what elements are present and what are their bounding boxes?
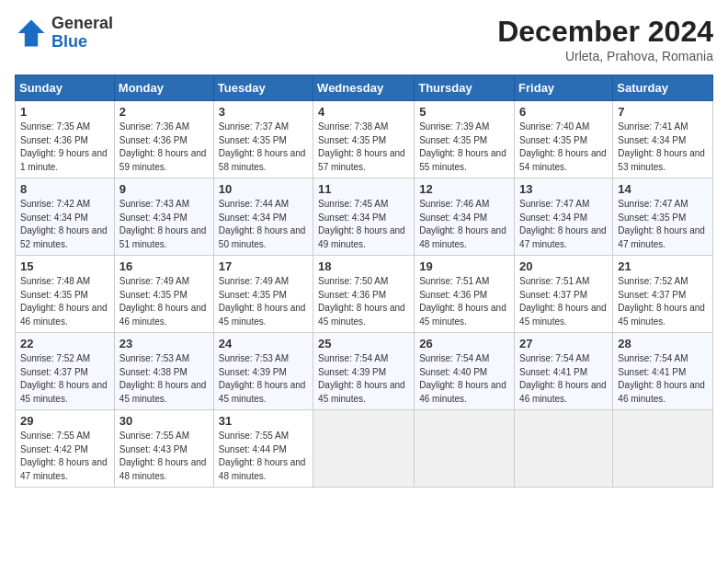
day-number: 1	[20, 105, 109, 119]
day-info: Sunrise: 7:45 AM Sunset: 4:34 PM Dayligh…	[318, 198, 409, 251]
table-row: 17 Sunrise: 7:49 AM Sunset: 4:35 PM Dayl…	[213, 256, 313, 333]
day-number: 25	[318, 337, 409, 350]
table-row: 24 Sunrise: 7:53 AM Sunset: 4:39 PM Dayl…	[213, 333, 313, 410]
day-info: Sunrise: 7:38 AM Sunset: 4:35 PM Dayligh…	[318, 121, 409, 174]
day-number: 31	[219, 414, 308, 428]
header-monday: Monday	[114, 75, 213, 101]
day-number: 30	[119, 414, 209, 428]
day-info: Sunrise: 7:48 AM Sunset: 4:35 PM Dayligh…	[20, 275, 109, 328]
day-number: 9	[119, 182, 209, 196]
day-number: 4	[318, 105, 409, 119]
table-row: 30 Sunrise: 7:55 AM Sunset: 4:43 PM Dayl…	[114, 410, 213, 488]
header-saturday: Saturday	[613, 75, 713, 101]
table-row: 9 Sunrise: 7:43 AM Sunset: 4:34 PM Dayli…	[114, 178, 213, 256]
table-row: 27 Sunrise: 7:54 AM Sunset: 4:41 PM Dayl…	[515, 333, 613, 410]
day-info: Sunrise: 7:41 AM Sunset: 4:34 PM Dayligh…	[618, 121, 708, 174]
day-info: Sunrise: 7:54 AM Sunset: 4:39 PM Dayligh…	[318, 352, 409, 406]
logo: General Blue	[15, 15, 113, 52]
day-info: Sunrise: 7:55 AM Sunset: 4:44 PM Dayligh…	[219, 430, 308, 483]
month-title: December 2024	[497, 15, 713, 49]
day-info: Sunrise: 7:43 AM Sunset: 4:34 PM Dayligh…	[119, 198, 209, 251]
logo-general-text: General	[51, 15, 113, 33]
day-info: Sunrise: 7:50 AM Sunset: 4:36 PM Dayligh…	[318, 275, 409, 328]
svg-marker-0	[18, 19, 45, 46]
table-row	[515, 410, 613, 488]
day-number: 20	[519, 259, 608, 273]
table-row: 16 Sunrise: 7:49 AM Sunset: 4:35 PM Dayl…	[114, 256, 213, 333]
table-row: 29 Sunrise: 7:55 AM Sunset: 4:42 PM Dayl…	[16, 410, 115, 488]
logo-blue-text: Blue	[51, 33, 113, 52]
day-info: Sunrise: 7:47 AM Sunset: 4:34 PM Dayligh…	[519, 198, 608, 251]
table-row: 20 Sunrise: 7:51 AM Sunset: 4:37 PM Dayl…	[515, 256, 613, 333]
page-header: General Blue December 2024 Urleta, Praho…	[15, 15, 713, 63]
table-row: 19 Sunrise: 7:51 AM Sunset: 4:36 PM Dayl…	[415, 256, 515, 333]
table-row: 11 Sunrise: 7:45 AM Sunset: 4:34 PM Dayl…	[313, 178, 415, 256]
day-number: 8	[20, 182, 109, 196]
day-number: 23	[119, 337, 209, 350]
table-row: 4 Sunrise: 7:38 AM Sunset: 4:35 PM Dayli…	[313, 101, 415, 178]
calendar-week-row: 1 Sunrise: 7:35 AM Sunset: 4:36 PM Dayli…	[16, 101, 713, 178]
header-wednesday: Wednesday	[313, 75, 415, 101]
table-row: 10 Sunrise: 7:44 AM Sunset: 4:34 PM Dayl…	[213, 178, 313, 256]
table-row: 6 Sunrise: 7:40 AM Sunset: 4:35 PM Dayli…	[515, 101, 613, 178]
calendar-header-row: Sunday Monday Tuesday Wednesday Thursday…	[16, 75, 713, 101]
day-info: Sunrise: 7:51 AM Sunset: 4:36 PM Dayligh…	[419, 275, 509, 328]
title-section: December 2024 Urleta, Prahova, Romania	[497, 15, 713, 63]
header-friday: Friday	[515, 75, 613, 101]
day-info: Sunrise: 7:49 AM Sunset: 4:35 PM Dayligh…	[119, 275, 209, 328]
table-row: 5 Sunrise: 7:39 AM Sunset: 4:35 PM Dayli…	[415, 101, 515, 178]
table-row: 2 Sunrise: 7:36 AM Sunset: 4:36 PM Dayli…	[114, 101, 213, 178]
table-row: 14 Sunrise: 7:47 AM Sunset: 4:35 PM Dayl…	[613, 178, 713, 256]
day-info: Sunrise: 7:52 AM Sunset: 4:37 PM Dayligh…	[20, 352, 109, 406]
location-subtitle: Urleta, Prahova, Romania	[497, 49, 713, 63]
table-row: 22 Sunrise: 7:52 AM Sunset: 4:37 PM Dayl…	[16, 333, 115, 410]
day-info: Sunrise: 7:44 AM Sunset: 4:34 PM Dayligh…	[219, 198, 308, 251]
day-number: 2	[119, 105, 209, 119]
day-info: Sunrise: 7:55 AM Sunset: 4:42 PM Dayligh…	[20, 430, 109, 483]
day-number: 14	[618, 182, 708, 196]
day-info: Sunrise: 7:49 AM Sunset: 4:35 PM Dayligh…	[219, 275, 308, 328]
table-row: 13 Sunrise: 7:47 AM Sunset: 4:34 PM Dayl…	[515, 178, 613, 256]
day-number: 7	[618, 105, 708, 119]
table-row	[313, 410, 415, 488]
calendar-week-row: 8 Sunrise: 7:42 AM Sunset: 4:34 PM Dayli…	[16, 178, 713, 256]
logo-text: General Blue	[51, 15, 113, 52]
day-info: Sunrise: 7:55 AM Sunset: 4:43 PM Dayligh…	[119, 430, 209, 483]
table-row: 1 Sunrise: 7:35 AM Sunset: 4:36 PM Dayli…	[16, 101, 115, 178]
day-info: Sunrise: 7:42 AM Sunset: 4:34 PM Dayligh…	[20, 198, 109, 251]
day-number: 26	[419, 337, 509, 350]
day-number: 27	[519, 337, 608, 350]
header-tuesday: Tuesday	[213, 75, 313, 101]
day-info: Sunrise: 7:39 AM Sunset: 4:35 PM Dayligh…	[419, 121, 509, 174]
day-number: 13	[519, 182, 608, 196]
day-info: Sunrise: 7:54 AM Sunset: 4:40 PM Dayligh…	[419, 352, 509, 406]
logo-icon	[15, 17, 48, 50]
day-info: Sunrise: 7:46 AM Sunset: 4:34 PM Dayligh…	[419, 198, 509, 251]
day-number: 3	[219, 105, 308, 119]
day-number: 12	[419, 182, 509, 196]
table-row: 8 Sunrise: 7:42 AM Sunset: 4:34 PM Dayli…	[16, 178, 115, 256]
header-sunday: Sunday	[16, 75, 115, 101]
table-row: 12 Sunrise: 7:46 AM Sunset: 4:34 PM Dayl…	[415, 178, 515, 256]
day-number: 28	[618, 337, 708, 350]
day-number: 17	[219, 259, 308, 273]
day-info: Sunrise: 7:51 AM Sunset: 4:37 PM Dayligh…	[519, 275, 608, 328]
calendar-table: Sunday Monday Tuesday Wednesday Thursday…	[15, 75, 713, 488]
table-row: 7 Sunrise: 7:41 AM Sunset: 4:34 PM Dayli…	[613, 101, 713, 178]
day-number: 6	[519, 105, 608, 119]
day-info: Sunrise: 7:36 AM Sunset: 4:36 PM Dayligh…	[119, 121, 209, 174]
header-thursday: Thursday	[415, 75, 515, 101]
table-row: 28 Sunrise: 7:54 AM Sunset: 4:41 PM Dayl…	[613, 333, 713, 410]
day-info: Sunrise: 7:40 AM Sunset: 4:35 PM Dayligh…	[519, 121, 608, 174]
day-info: Sunrise: 7:53 AM Sunset: 4:39 PM Dayligh…	[219, 352, 308, 406]
day-number: 21	[618, 259, 708, 273]
table-row	[613, 410, 713, 488]
day-info: Sunrise: 7:53 AM Sunset: 4:38 PM Dayligh…	[119, 352, 209, 406]
day-info: Sunrise: 7:37 AM Sunset: 4:35 PM Dayligh…	[219, 121, 308, 174]
table-row: 23 Sunrise: 7:53 AM Sunset: 4:38 PM Dayl…	[114, 333, 213, 410]
table-row: 15 Sunrise: 7:48 AM Sunset: 4:35 PM Dayl…	[16, 256, 115, 333]
day-number: 16	[119, 259, 209, 273]
calendar-week-row: 15 Sunrise: 7:48 AM Sunset: 4:35 PM Dayl…	[16, 256, 713, 333]
table-row: 18 Sunrise: 7:50 AM Sunset: 4:36 PM Dayl…	[313, 256, 415, 333]
day-number: 5	[419, 105, 509, 119]
